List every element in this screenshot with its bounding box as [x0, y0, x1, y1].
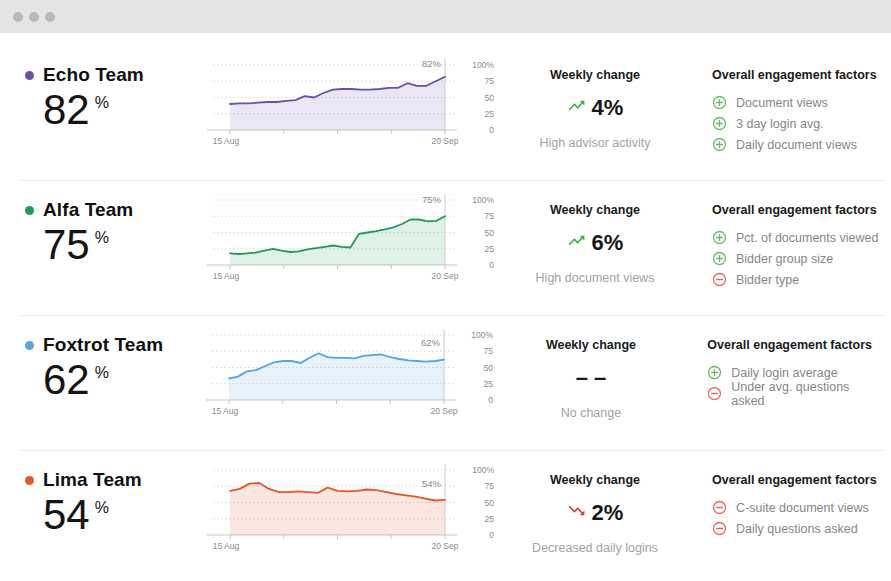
- factor-minus-icon: [712, 272, 727, 287]
- svg-text:20 Sep: 20 Sep: [432, 541, 459, 551]
- sparkline-end-label: 62%: [421, 337, 441, 348]
- engagement-factors-block: Overall engagement factors Pct. of docum…: [712, 181, 878, 315]
- trend-up-icon-wrap: [567, 95, 586, 121]
- svg-text:20 Sep: 20 Sep: [430, 406, 457, 416]
- factor-item: Under avg. questions asked: [707, 383, 885, 404]
- engagement-sparkline: 100%755025015 Aug20 Sep82%: [205, 46, 510, 180]
- team-color-dot: [25, 206, 34, 215]
- factor-plus-icon: [707, 365, 722, 380]
- weekly-change-block: Weekly change 6% High document views: [510, 181, 680, 315]
- factor-minus-icon: [712, 521, 727, 536]
- team-color-dot: [25, 341, 34, 350]
- team-color-dot: [25, 476, 34, 485]
- sparkline-end-label: 82%: [422, 58, 442, 69]
- weekly-change-block: Weekly change 4% High advisor activity: [510, 46, 680, 180]
- factor-label: Document views: [736, 96, 828, 110]
- factor-plus-icon: [712, 230, 727, 245]
- factor-label: 3 day login avg.: [736, 117, 824, 131]
- trend-up-icon: [567, 96, 586, 115]
- engagement-factors-title: Overall engagement factors: [712, 473, 877, 487]
- weekly-change-description: No change: [507, 406, 676, 420]
- weekly-change-title: Weekly change: [507, 338, 676, 352]
- weekly-change-description: High advisor activity: [510, 136, 680, 150]
- team-summary: Echo Team 82%: [20, 46, 205, 180]
- factor-label: Daily login average: [731, 366, 837, 380]
- engagement-sparkline: 100%755025015 Aug20 Sep75%: [205, 181, 510, 315]
- sparkline-chart: 100%755025015 Aug20 Sep62%: [204, 324, 494, 421]
- team-name: Echo Team: [43, 64, 144, 86]
- team-row-lima: Lima Team 54% 100%755025015 Aug20 Sep54%…: [20, 451, 885, 581]
- weekly-change-value: 2%: [510, 500, 680, 526]
- weekly-change-title: Weekly change: [510, 203, 680, 217]
- engagement-factors-title: Overall engagement factors: [707, 338, 885, 352]
- weekly-change-number: – –: [576, 365, 607, 391]
- team-name: Alfa Team: [43, 199, 133, 221]
- weekly-change-value: – –: [507, 365, 676, 391]
- weekly-change-value: 6%: [510, 230, 680, 256]
- svg-text:15 Aug: 15 Aug: [213, 541, 240, 551]
- svg-text:75: 75: [485, 481, 495, 491]
- weekly-change-description: High document views: [510, 271, 680, 285]
- window-control-dot: [13, 12, 23, 22]
- svg-text:50: 50: [485, 93, 495, 103]
- weekly-change-number: 6%: [592, 230, 624, 256]
- factor-label: Pct. of documents viewed: [736, 231, 878, 245]
- svg-text:25: 25: [483, 379, 493, 389]
- engagement-factors-block: Overall engagement factors Daily login a…: [707, 316, 885, 450]
- weekly-change-number: 2%: [592, 500, 624, 526]
- factor-item: 3 day login avg.: [712, 113, 877, 134]
- factor-item: Daily questions asked: [712, 518, 877, 539]
- engagement-factors-block: Overall engagement factors Document view…: [712, 46, 877, 180]
- svg-text:100%: 100%: [472, 60, 494, 70]
- weekly-change-number: 4%: [592, 95, 624, 121]
- engagement-factors-list: C-suite document viewsDaily questions as…: [712, 497, 877, 539]
- engagement-factors-list: Pct. of documents viewedBidder group siz…: [712, 227, 878, 290]
- percent-sign: %: [95, 500, 109, 517]
- svg-text:15 Aug: 15 Aug: [213, 136, 240, 146]
- team-score: 75%: [43, 223, 205, 267]
- svg-text:0: 0: [489, 530, 494, 540]
- trend-up-icon: [567, 231, 586, 250]
- sparkline-chart: 100%755025015 Aug20 Sep82%: [205, 54, 495, 151]
- svg-text:100%: 100%: [471, 330, 493, 340]
- svg-text:20 Sep: 20 Sep: [432, 136, 459, 146]
- weekly-change-block: Weekly change 2% Decreased daily logins: [510, 451, 680, 581]
- svg-text:100%: 100%: [472, 465, 494, 475]
- svg-text:0: 0: [489, 260, 494, 270]
- team-name: Lima Team: [43, 469, 142, 491]
- weekly-change-description: Decreased daily logins: [510, 541, 680, 555]
- engagement-factors-list: Daily login averageUnder avg. questions …: [707, 362, 885, 404]
- svg-text:15 Aug: 15 Aug: [211, 406, 238, 416]
- factor-label: Bidder group size: [736, 252, 833, 266]
- team-row-foxtrot: Foxtrot Team 62% 100%755025015 Aug20 Sep…: [20, 316, 885, 451]
- svg-text:0: 0: [489, 125, 494, 135]
- factor-plus-icon: [712, 95, 727, 110]
- team-summary: Foxtrot Team 62%: [20, 316, 204, 450]
- svg-text:25: 25: [485, 514, 495, 524]
- svg-text:25: 25: [485, 244, 495, 254]
- factor-label: C-suite document views: [736, 501, 869, 515]
- trend-up-icon-wrap: [567, 230, 586, 256]
- svg-text:75: 75: [485, 76, 495, 86]
- team-score-value: 54: [43, 491, 90, 538]
- svg-text:20 Sep: 20 Sep: [432, 271, 459, 281]
- factor-plus-icon: [712, 116, 727, 131]
- factor-label: Daily document views: [736, 138, 857, 152]
- team-color-dot: [25, 71, 34, 80]
- team-summary: Lima Team 54%: [20, 451, 205, 581]
- engagement-factors-block: Overall engagement factors C-suite docum…: [712, 451, 877, 581]
- engagement-sparkline: 100%755025015 Aug20 Sep62%: [204, 316, 507, 450]
- trend-down-icon: [567, 501, 586, 520]
- team-score: 62%: [43, 358, 204, 402]
- sparkline-end-label: 75%: [422, 194, 442, 205]
- percent-sign: %: [95, 95, 109, 112]
- factor-item: Document views: [712, 92, 877, 113]
- sparkline-chart: 100%755025015 Aug20 Sep54%: [205, 459, 495, 556]
- team-summary: Alfa Team 75%: [20, 181, 205, 315]
- engagement-sparkline: 100%755025015 Aug20 Sep54%: [205, 451, 510, 581]
- sparkline-end-label: 54%: [422, 478, 442, 489]
- svg-text:50: 50: [485, 228, 495, 238]
- team-row-alfa: Alfa Team 75% 100%755025015 Aug20 Sep75%…: [20, 181, 885, 316]
- weekly-change-title: Weekly change: [510, 473, 680, 487]
- svg-text:75: 75: [485, 211, 495, 221]
